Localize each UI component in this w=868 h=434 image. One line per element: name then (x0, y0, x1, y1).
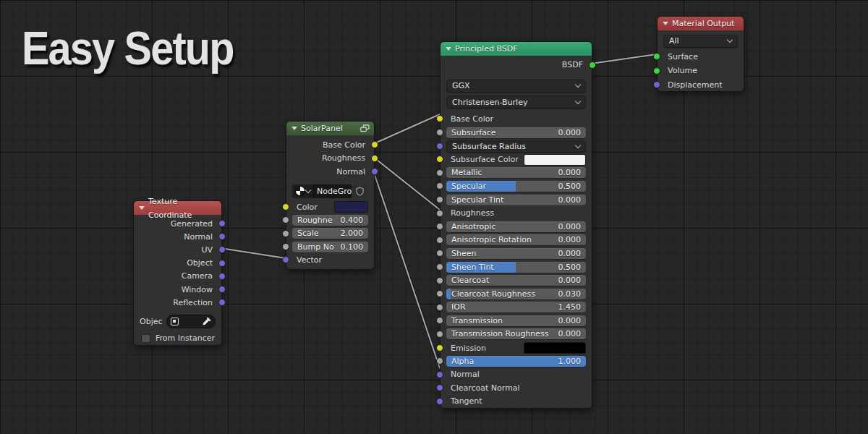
node-header-principled-bsdf[interactable]: Principled BSDF (441, 42, 592, 56)
slider-value: 0.000 (558, 248, 582, 259)
value-socket[interactable] (282, 216, 289, 224)
node-group-name[interactable]: NodeGro.. (312, 184, 352, 198)
value-socket[interactable] (436, 317, 443, 324)
from-instancer-row: From Instancer (141, 333, 216, 343)
value-socket[interactable] (436, 277, 443, 284)
from-instancer-checkbox[interactable] (141, 333, 150, 343)
value-socket[interactable] (436, 169, 443, 176)
fake-user-shield-button[interactable] (352, 184, 368, 198)
input-row-clearcoat-normal: Clearcoat Normal (446, 383, 586, 393)
input-label: Subsurface Color (451, 154, 519, 165)
color-socket[interactable] (436, 156, 443, 163)
vector-socket[interactable] (436, 384, 443, 391)
collapse-triangle-icon[interactable] (663, 22, 668, 25)
input-row-normal: Normal (446, 369, 586, 380)
slider-scale[interactable]: Scale2.000 (292, 228, 368, 239)
slider-value: 0.000 (558, 328, 582, 339)
shader-socket[interactable] (653, 53, 660, 60)
vector-socket[interactable] (218, 260, 226, 267)
node-solarpanel-group[interactable]: SolarPanel Base ColorRoughnessNormal Nod… (286, 121, 375, 270)
color-socket[interactable] (371, 141, 378, 148)
node-material-output[interactable]: Material Output All SurfaceVolumeDisplac… (657, 16, 744, 92)
value-socket[interactable] (436, 304, 443, 311)
color-socket[interactable] (282, 203, 289, 210)
value-socket[interactable] (436, 196, 443, 203)
value-socket[interactable] (436, 250, 443, 257)
slider-clearcoat-roughness[interactable]: Clearcoat Roughness0.030 (446, 289, 586, 299)
value-socket[interactable] (436, 290, 443, 297)
shield-icon (356, 187, 364, 196)
value-socket[interactable] (436, 237, 443, 244)
input-row-transmission-roughness: Transmission Roughness0.000 (446, 328, 586, 339)
slider-clearcoat[interactable]: Clearcoat0.000 (446, 275, 586, 286)
slider-transmission-roughness[interactable]: Transmission Roughness0.000 (446, 328, 586, 339)
node-header-texture-coordinate[interactable]: Texture Coordinate (134, 201, 221, 215)
vector-socket[interactable] (436, 142, 443, 150)
node-texture-coordinate[interactable]: Texture Coordinate GeneratedNormalUVObje… (133, 200, 222, 346)
collapse-triangle-icon[interactable] (292, 127, 297, 130)
vector-socket[interactable] (218, 273, 226, 280)
slider-anisotropic[interactable]: Anisotropic0.000 (446, 221, 586, 232)
value-socket[interactable] (436, 331, 443, 338)
value-socket[interactable] (436, 129, 443, 136)
slider-subsurface[interactable]: Subsurface0.000 (446, 127, 586, 138)
node-editor-canvas[interactable]: Easy Setup Texture Coordinate GeneratedN… (0, 0, 868, 434)
node-header-material-output[interactable]: Material Output (658, 17, 744, 30)
color-swatch-emission[interactable] (524, 342, 586, 354)
slider-bump-no[interactable]: Bump No0.100 (292, 242, 368, 252)
slider-specular-tint[interactable]: Specular Tint0.000 (446, 195, 586, 205)
slider-transmission[interactable]: Transmission0.000 (446, 315, 586, 326)
value-socket[interactable] (436, 182, 443, 190)
shader-socket[interactable] (653, 67, 660, 75)
input-label: Vector (297, 255, 322, 265)
value-socket[interactable] (436, 223, 443, 230)
vector-socket[interactable] (436, 371, 443, 378)
value-socket[interactable] (436, 357, 443, 365)
color-swatch-subsurface-color[interactable] (524, 154, 586, 166)
vector-socket[interactable] (218, 233, 226, 240)
slider-alpha[interactable]: Alpha1.000 (446, 356, 586, 367)
color-socket[interactable] (436, 344, 443, 352)
value-socket[interactable] (282, 230, 289, 237)
value-socket[interactable] (436, 210, 443, 217)
subsurface-method-dropdown[interactable]: Christensen-Burley (446, 95, 586, 109)
input-row-roughness: Roughness (446, 208, 586, 218)
slider-sheen-tint[interactable]: Sheen Tint0.500 (446, 262, 586, 273)
color-socket[interactable] (371, 155, 378, 162)
slider-metallic[interactable]: Metallic0.000 (446, 167, 586, 178)
slider-label: Specular Tint (451, 195, 503, 205)
value-socket[interactable] (436, 263, 443, 271)
vector-socket[interactable] (218, 246, 226, 253)
slider-roughne[interactable]: Roughne0.400 (292, 215, 368, 226)
slider-specular[interactable]: Specular0.500 (446, 181, 586, 192)
slider-label: Clearcoat Roughness (451, 289, 535, 299)
shader-socket[interactable] (589, 61, 596, 69)
color-swatch-color[interactable] (334, 201, 368, 213)
vector-socket[interactable] (653, 81, 660, 88)
vector-socket[interactable] (218, 299, 226, 306)
vector-socket[interactable] (218, 286, 226, 293)
node-principled-bsdf[interactable]: Principled BSDF BSDF GGX Christensen-Bur… (440, 41, 592, 409)
slider-sheen[interactable]: Sheen0.000 (446, 248, 586, 259)
collapse-triangle-icon[interactable] (139, 206, 145, 210)
vector-socket[interactable] (371, 168, 378, 175)
color-socket[interactable] (436, 115, 443, 122)
slider-anisotropic-rotation[interactable]: Anisotropic Rotation0.000 (446, 234, 586, 245)
distribution-dropdown[interactable]: GGX (446, 80, 586, 93)
vector-socket[interactable] (218, 220, 226, 227)
slider-ior[interactable]: IOR1.450 (446, 302, 586, 312)
vector-socket[interactable] (282, 256, 289, 263)
node-header-solarpanel[interactable]: SolarPanel (286, 122, 374, 135)
node-tree-browse-button[interactable] (292, 184, 312, 198)
collapse-triangle-icon[interactable] (446, 47, 451, 51)
slider-label: Transmission (451, 315, 503, 326)
input-label: Surface (668, 52, 698, 61)
value-socket[interactable] (282, 243, 289, 250)
output-label: Reflection (173, 298, 213, 307)
target-dropdown[interactable]: All (663, 35, 738, 48)
eyedropper-icon[interactable] (202, 317, 211, 326)
output-label: Roughness (322, 153, 365, 163)
dropdown-subsurface-radius[interactable]: Subsurface Radius (446, 140, 586, 153)
vector-socket[interactable] (436, 398, 443, 405)
object-picker-field[interactable] (166, 315, 216, 328)
